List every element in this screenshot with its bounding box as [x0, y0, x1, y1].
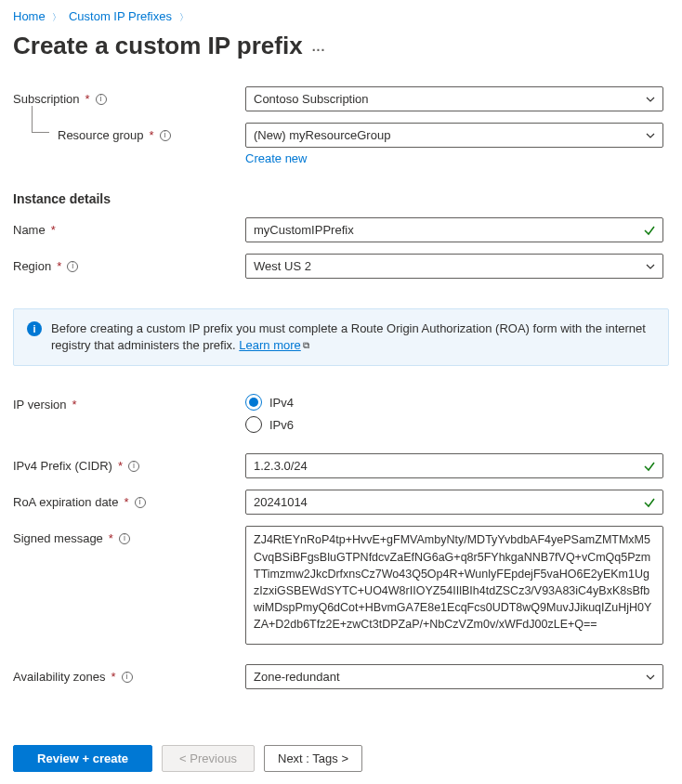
create-new-resource-group-link[interactable]: Create new [245, 151, 307, 165]
breadcrumb: Home 〉 Custom IP Prefixes 〉 [13, 7, 669, 32]
info-icon: i [27, 321, 42, 336]
subscription-label: Subscription * i [13, 86, 245, 106]
roa-expiration-input[interactable] [245, 490, 663, 515]
radio-icon [245, 416, 262, 433]
signed-message-textarea[interactable] [245, 526, 663, 645]
required-asterisk: * [150, 128, 154, 142]
name-label-text: Name [13, 223, 46, 237]
resource-group-select[interactable]: (New) myResourceGroup [245, 123, 663, 148]
roa-expiration-label-text: RoA expiration date [13, 495, 118, 509]
chevron-right-icon: 〉 [176, 12, 192, 22]
ip-version-radio-group: IPv4 IPv6 [245, 392, 663, 433]
ipv4-prefix-label-text: IPv4 Prefix (CIDR) [13, 459, 112, 473]
info-icon[interactable]: i [122, 672, 133, 683]
name-input[interactable] [245, 217, 663, 242]
previous-button: < Previous [162, 745, 255, 772]
info-icon[interactable]: i [119, 533, 130, 544]
region-label-text: Region [13, 259, 51, 273]
ipv4-prefix-label: IPv4 Prefix (CIDR) * i [13, 453, 245, 473]
signed-message-label: Signed message * i [13, 526, 245, 545]
required-asterisk: * [118, 459, 123, 473]
signed-message-label-text: Signed message [13, 531, 103, 545]
required-asterisk: * [72, 398, 77, 412]
region-select[interactable]: West US 2 [245, 254, 663, 279]
required-asterisk: * [85, 92, 90, 106]
availability-zones-label: Availability zones * i [13, 664, 245, 684]
page-title-text: Create a custom IP prefix [13, 32, 303, 60]
required-asterisk: * [57, 259, 61, 273]
roa-info-message: Before creating a custom IP prefix you m… [51, 320, 655, 354]
page-title: Create a custom IP prefix ··· [13, 32, 669, 60]
learn-more-link[interactable]: Learn more [239, 338, 300, 352]
info-icon[interactable]: i [67, 261, 78, 272]
chevron-right-icon: 〉 [48, 12, 65, 22]
region-label: Region * i [13, 254, 245, 273]
resource-group-label: Resource group * i [13, 123, 245, 142]
ipv6-radio-label: IPv6 [269, 418, 294, 432]
roa-info-box: i Before creating a custom IP prefix you… [13, 308, 669, 366]
subscription-select[interactable]: Contoso Subscription [245, 86, 663, 111]
info-icon[interactable]: i [128, 461, 139, 472]
instance-details-heading: Instance details [13, 191, 669, 206]
ip-version-label: IP version * [13, 392, 245, 412]
roa-info-text: Before creating a custom IP prefix you m… [51, 321, 646, 352]
required-asterisk: * [109, 531, 113, 545]
required-asterisk: * [51, 223, 56, 237]
availability-zones-label-text: Availability zones [13, 670, 105, 684]
breadcrumb-home[interactable]: Home [13, 9, 46, 23]
ipv6-radio[interactable]: IPv6 [245, 416, 663, 433]
required-asterisk: * [124, 495, 128, 509]
radio-icon [245, 394, 262, 411]
external-link-icon: ⧉ [303, 340, 309, 350]
more-actions-button[interactable]: ··· [312, 43, 326, 58]
required-asterisk: * [111, 670, 115, 684]
ip-version-label-text: IP version [13, 398, 67, 412]
info-icon[interactable]: i [135, 497, 146, 508]
wizard-footer: Review + create < Previous Next : Tags > [13, 738, 669, 772]
subscription-label-text: Subscription [13, 92, 80, 106]
ipv4-radio[interactable]: IPv4 [245, 394, 663, 411]
availability-zones-select[interactable]: Zone-redundant [245, 664, 663, 689]
roa-expiration-label: RoA expiration date * i [13, 490, 245, 509]
review-create-button[interactable]: Review + create [13, 745, 152, 772]
next-tags-button[interactable]: Next : Tags > [264, 745, 362, 772]
ipv4-prefix-input[interactable] [245, 453, 663, 478]
name-label: Name * [13, 217, 245, 237]
info-icon[interactable]: i [160, 130, 171, 141]
ipv4-radio-label: IPv4 [269, 396, 294, 410]
info-icon[interactable]: i [96, 94, 107, 105]
resource-group-label-text: Resource group [58, 128, 144, 142]
breadcrumb-custom-ip-prefixes[interactable]: Custom IP Prefixes [69, 9, 172, 23]
